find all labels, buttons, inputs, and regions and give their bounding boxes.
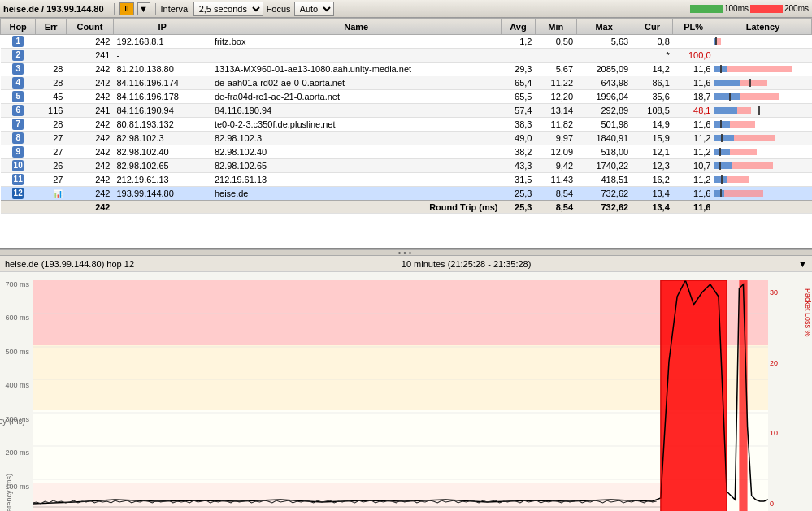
- cell-name: [211, 49, 502, 63]
- rt-cell-empty3: [113, 201, 211, 214]
- cell-avg: 25,3: [502, 187, 536, 201]
- cell-min: 5,67: [535, 63, 576, 76]
- chart-expand-icon[interactable]: ▼: [798, 259, 807, 269]
- table-row[interactable]: 1127242212.19.61.13212.19.61.1331,511,43…: [1, 173, 812, 187]
- cell-cur: 16,2: [632, 173, 673, 187]
- cell-latency-bar: [714, 76, 812, 90]
- interval-label: Interval: [161, 4, 190, 14]
- cell-latency-bar: [714, 173, 812, 187]
- cell-ip: 212.19.61.13: [113, 173, 211, 187]
- cell-name: 82.98.102.40: [211, 145, 502, 159]
- chart-header: heise.de (193.99.144.80) hop 12 10 minut…: [0, 256, 812, 272]
- cell-count: 242: [66, 145, 113, 159]
- focus-select[interactable]: Auto: [294, 2, 334, 16]
- resize-divider[interactable]: •••: [0, 249, 812, 256]
- chart-area: heise.de (193.99.144.80) hop 12 10 minut…: [0, 256, 812, 511]
- cell-max: 732,62: [576, 187, 632, 201]
- lat-100-bar: [690, 5, 723, 13]
- chart-container: Latency (ms) 700 ms600 ms500 ms400 ms300…: [0, 272, 812, 511]
- col-count: Count: [66, 19, 113, 35]
- lat-100-label: 100ms: [724, 4, 749, 13]
- table-row[interactable]: 1242192.168.8.1fritz.box1,20,505,630,8: [1, 35, 812, 49]
- col-hop: Hop: [1, 19, 36, 35]
- cell-hop: 11: [1, 173, 36, 187]
- table-row[interactable]: 92724282.98.102.4082.98.102.4038,212,095…: [1, 145, 812, 159]
- cell-max: 501,98: [576, 118, 632, 132]
- table-row[interactable]: 72824280.81.193.132te0-0-2-3.c350f.de.pl…: [1, 118, 812, 132]
- cell-ip: 80.81.193.132: [113, 118, 211, 132]
- cell-pl: 10,7: [673, 159, 714, 173]
- cell-min: 9,97: [535, 132, 576, 145]
- cell-count: 242: [66, 118, 113, 132]
- col-cur: Cur: [632, 19, 673, 35]
- focus-label: Focus: [267, 4, 291, 14]
- cell-latency-bar: [714, 159, 812, 173]
- cell-min: 13,14: [535, 104, 576, 118]
- chart-title: heise.de (193.99.144.80) hop 12: [5, 259, 134, 269]
- cell-latency-bar: [714, 118, 812, 132]
- dropdown-button[interactable]: ▼: [137, 2, 150, 15]
- col-latency: Latency: [714, 19, 812, 35]
- cell-ip: 84.116.190.94: [113, 104, 211, 118]
- cell-avg: 65,5: [502, 90, 536, 104]
- cell-cur: 12,3: [632, 159, 673, 173]
- svg-rect-0: [33, 280, 768, 345]
- cell-name: de-fra04d-rc1-ae-21-0.aorta.net: [211, 90, 502, 104]
- right-tick-0: 0: [770, 500, 799, 508]
- cell-cur: 14,9: [632, 118, 673, 132]
- pause-button[interactable]: ⏸: [119, 2, 134, 15]
- cell-avg: 1,2: [502, 35, 536, 49]
- cell-name: te0-0-2-3.c350f.de.plusline.net: [211, 118, 502, 132]
- cell-min: 11,43: [535, 173, 576, 187]
- cell-pl: 11,6: [673, 63, 714, 76]
- cell-ip: -: [113, 49, 211, 63]
- cell-name: 82.98.102.65: [211, 159, 502, 173]
- cell-min: 11,22: [535, 76, 576, 90]
- cell-avg: 49,0: [502, 132, 536, 145]
- cell-err: 28: [36, 63, 67, 76]
- cell-min: 9,42: [535, 159, 576, 173]
- col-avg: Avg: [502, 19, 536, 35]
- cell-hop: 3: [1, 63, 36, 76]
- cell-err: 📊: [36, 187, 67, 201]
- cell-hop: 7: [1, 118, 36, 132]
- table-row[interactable]: 102624282.98.102.6582.98.102.6543,39,421…: [1, 159, 812, 173]
- app-title: heise.de / 193.99.144.80: [3, 4, 104, 14]
- cell-avg: 31,5: [502, 173, 536, 187]
- cell-cur: 13,4: [632, 187, 673, 201]
- cell-avg: 38,2: [502, 145, 536, 159]
- cell-max: 1840,91: [576, 132, 632, 145]
- cell-max: [576, 49, 632, 63]
- right-tick-30: 30: [770, 288, 799, 297]
- table-row[interactable]: 42824284.116.196.174de-aah01a-rd02-ae-0-…: [1, 76, 812, 90]
- cell-err: 27: [36, 173, 67, 187]
- cell-count: 242: [66, 132, 113, 145]
- cell-cur: 35,6: [632, 90, 673, 104]
- cell-latency-bar: [714, 63, 812, 76]
- cell-ip: 193.99.144.80: [113, 187, 211, 201]
- cell-latency-bar: [714, 145, 812, 159]
- stats-icon: 📊: [53, 189, 63, 198]
- table-row[interactable]: 611624184.116.190.9484.116.190.9457,413,…: [1, 104, 812, 118]
- svg-rect-12: [33, 506, 661, 508]
- table-row[interactable]: 32824281.210.138.801313A-MX960-01-ae13-1…: [1, 63, 812, 76]
- table-row[interactable]: 82724282.98.102.382.98.102.349,09,971840…: [1, 132, 812, 145]
- rt-cell-count: 242: [66, 201, 113, 214]
- cell-err: 26: [36, 159, 67, 173]
- cell-ip: 192.168.8.1: [113, 35, 211, 49]
- col-err: Err: [36, 19, 67, 35]
- cell-ip: 81.210.138.80: [113, 63, 211, 76]
- cell-hop: 2: [1, 49, 36, 63]
- interval-select[interactable]: 2,5 seconds: [193, 2, 263, 16]
- toolbar-separator: [114, 3, 115, 15]
- cell-avg: [502, 49, 536, 63]
- cell-count: 242: [66, 76, 113, 90]
- y-tick-0: 700 ms: [5, 280, 29, 288]
- table-row[interactable]: 54524284.116.196.178de-fra04d-rc1-ae-21-…: [1, 90, 812, 104]
- toolbar: heise.de / 193.99.144.80 ⏸ ▼ Interval 2,…: [0, 0, 812, 18]
- right-tick-20: 20: [770, 359, 799, 367]
- table-row[interactable]: 12📊242193.99.144.80heise.de25,38,54732,6…: [1, 187, 812, 201]
- col-ip: IP: [113, 19, 211, 35]
- cell-latency-bar: [714, 104, 812, 118]
- table-row[interactable]: 2241-*100,0: [1, 49, 812, 63]
